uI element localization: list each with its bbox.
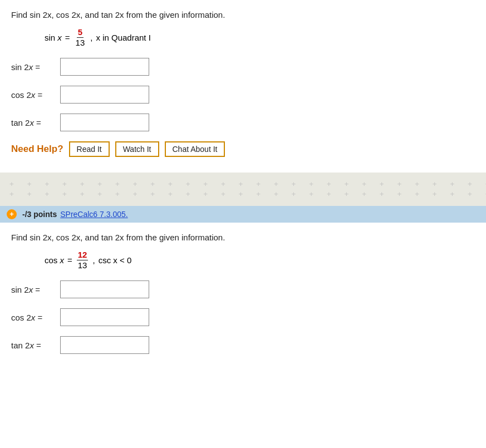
watch-it-button[interactable]: Watch It xyxy=(115,141,159,157)
tan2x-input-1[interactable] xyxy=(60,114,149,131)
sin2x-label-1: sin 2x = xyxy=(11,62,56,72)
denominator-2: 13 xyxy=(77,260,89,270)
numerator-2: 12 xyxy=(77,250,89,260)
section-2: Find sin 2x, cos 2x, and tan 2x from the… xyxy=(0,223,486,375)
sin2x-row-1: sin 2x = xyxy=(11,58,475,76)
problem-title-2: Find sin 2x, cos 2x, and tan 2x from the… xyxy=(11,233,475,242)
divider-section: + + + + + + + + + + + + + + + + + + + + … xyxy=(0,173,486,206)
cos2x-label-2: cos 2x = xyxy=(11,313,56,322)
cos2x-row-2: cos 2x = xyxy=(11,308,475,326)
tan2x-input-2[interactable] xyxy=(60,336,149,354)
sin2x-input-1[interactable] xyxy=(60,58,149,76)
cos2x-input-2[interactable] xyxy=(60,308,149,326)
dots-pattern: + + + + + + + + + + + + + + + + + + + + … xyxy=(0,179,486,199)
given-variable-1: sin x xyxy=(45,33,62,42)
given-variable-2: cos x xyxy=(45,255,64,265)
section-1: Find sin 2x, cos 2x, and tan 2x from the… xyxy=(0,0,486,173)
fraction-2: 12 13 xyxy=(77,250,89,270)
tan2x-row-2: tan 2x = xyxy=(11,336,475,354)
given-condition-1: x in Quadrant I xyxy=(96,33,150,42)
points-text: -/3 points xyxy=(22,210,57,219)
tan2x-label-1: tan 2x = xyxy=(11,118,56,127)
cos2x-input-1[interactable] xyxy=(60,86,149,104)
points-bar: + -/3 points SPreCalc6 7.3.005. xyxy=(0,206,486,223)
fraction-1: 5 13 xyxy=(75,27,86,48)
cos2x-label-1: cos 2x = xyxy=(11,90,56,100)
given-equals-2: = xyxy=(67,255,72,265)
need-help-label: Need Help? xyxy=(11,144,63,155)
sin2x-row-2: sin 2x = xyxy=(11,280,475,298)
points-icon: + xyxy=(7,209,17,219)
problem-title-1: Find sin 2x, cos 2x, and tan 2x from the… xyxy=(11,10,475,19)
tan2x-row-1: tan 2x = xyxy=(11,114,475,131)
sin2x-label-2: sin 2x = xyxy=(11,285,56,294)
numerator-1: 5 xyxy=(77,27,84,38)
cos2x-row-1: cos 2x = xyxy=(11,86,475,104)
given-comma-1: , xyxy=(90,33,92,42)
points-detail: SPreCalc6 7.3.005. xyxy=(60,210,127,219)
chat-about-it-button[interactable]: Chat About It xyxy=(165,141,225,157)
given-equals-1: = xyxy=(65,33,70,42)
sin2x-input-2[interactable] xyxy=(60,280,149,298)
tan2x-label-2: tan 2x = xyxy=(11,341,56,350)
given-condition-2: csc x < 0 xyxy=(99,255,132,265)
read-it-button[interactable]: Read It xyxy=(69,141,110,157)
given-info-2: cos x = 12 13 , csc x < 0 xyxy=(45,250,475,270)
denominator-1: 13 xyxy=(75,38,86,48)
given-info-1: sin x = 5 13 , x in Quadrant I xyxy=(45,27,475,48)
need-help-row: Need Help? Read It Watch It Chat About I… xyxy=(11,141,475,157)
given-comma-2: , xyxy=(92,255,95,265)
